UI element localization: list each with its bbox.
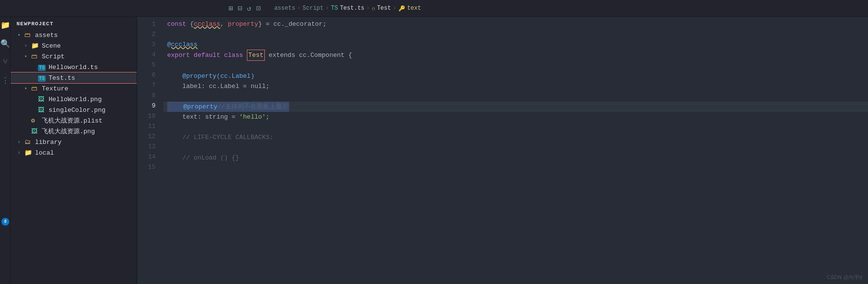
- refresh-icon[interactable]: ↺: [247, 4, 251, 13]
- folder-script-icon: 🗃: [31, 53, 40, 60]
- breadcrumb: assets › Script › TS Test.ts › ⚇ Test › …: [274, 5, 863, 12]
- main-layout: 📁 🔍 ⑂ ⋮ 8 NEWPROJECT ▾ 🗃 assets › 📁 Scen…: [0, 17, 868, 284]
- tree-item-singlecolor[interactable]: 🖼 singleColor.png: [11, 105, 137, 115]
- tree-item-helloworld-png[interactable]: 🖼 HelloWorld.png: [11, 94, 137, 105]
- tree-item-scene[interactable]: › 📁 Scene: [11, 40, 137, 51]
- tree-item-assets[interactable]: ▾ 🗃 assets: [11, 30, 137, 40]
- breadcrumb-ts-label: TS: [331, 5, 338, 12]
- label-plist: 飞机大战资源.plist: [42, 116, 103, 125]
- tree-item-helloworld[interactable]: TS Helloworld.ts: [11, 62, 137, 72]
- code-line-12: // LIFE-CYCLE CALLBACKS:: [163, 132, 868, 142]
- image-singlecolor-icon: 🖼: [38, 106, 47, 114]
- label-helloworld-png: HelloWorld.png: [49, 96, 102, 103]
- label-assets-png: 飞机大战资源.png: [42, 127, 95, 136]
- search-icon[interactable]: 🔍: [1, 39, 10, 48]
- code-editor: 1 2 3 4 5 6 7 8 9 10 11 12 13 14 15 cons…: [137, 17, 868, 284]
- label-assets: assets: [35, 32, 58, 39]
- tree-item-test[interactable]: TS Test.ts: [11, 72, 137, 83]
- tree-item-assets-png[interactable]: 🖼 飞机大战资源.png: [11, 126, 137, 137]
- top-bar: ⊞ ⊟ ↺ ⊡ assets › Script › TS Test.ts › ⚇…: [0, 0, 868, 17]
- label-library: library: [35, 139, 62, 146]
- code-line-14: // onLoad () {}: [163, 153, 868, 163]
- file-explorer: NEWPROJECT ▾ 🗃 assets › 📁 Scene ▾ 🗃 Scri…: [11, 17, 137, 284]
- code-line-10: text: string = 'hello';: [163, 112, 868, 122]
- code-line-11: [163, 122, 868, 132]
- label-test: Test.ts: [49, 74, 75, 82]
- breadcrumb-script[interactable]: Script: [303, 5, 324, 12]
- code-content[interactable]: const {ccclass, property} = cc._decorato…: [161, 17, 868, 284]
- code-line-13: [163, 142, 868, 153]
- label-script: Script: [42, 53, 65, 60]
- breadcrumb-class-icon: ⚇: [372, 5, 375, 12]
- code-line-1: const {ccclass, property} = cc._decorato…: [163, 19, 868, 29]
- watermark: CSDN @向宇it: [827, 274, 862, 281]
- collapse-icon[interactable]: ⊡: [256, 4, 260, 13]
- tree-item-script[interactable]: ▾ 🗃 Script: [11, 51, 137, 62]
- project-title: NEWPROJECT: [11, 17, 137, 30]
- ts-test-icon: TS: [38, 74, 47, 82]
- label-helloworld: Helloworld.ts: [49, 64, 98, 71]
- image-assets-icon: 🖼: [31, 128, 40, 135]
- breadcrumb-assets[interactable]: assets: [274, 5, 295, 12]
- label-texture: Texture: [42, 85, 69, 92]
- breadcrumb-property[interactable]: text: [407, 5, 421, 12]
- new-folder-icon[interactable]: ⊟: [238, 4, 242, 13]
- activity-bar: 📁 🔍 ⑂ ⋮ 8: [0, 17, 11, 284]
- line-numbers: 1 2 3 4 5 6 7 8 9 10 11 12 13 14 15: [137, 17, 161, 284]
- source-control-icon[interactable]: ⑂: [1, 58, 10, 67]
- code-area[interactable]: 1 2 3 4 5 6 7 8 9 10 11 12 13 14 15 cons…: [137, 17, 868, 284]
- arrow-texture: ▾: [24, 86, 31, 91]
- breadcrumb-class[interactable]: Test: [377, 5, 391, 12]
- arrow-script: ▾: [24, 53, 31, 59]
- tree-item-library[interactable]: › 🗂 library: [11, 137, 137, 147]
- plist-icon: ⚙: [31, 117, 40, 124]
- tree-item-local[interactable]: › 📁 local: [11, 147, 137, 158]
- label-scene: Scene: [42, 42, 61, 50]
- folder-assets-icon: 🗃: [24, 32, 33, 39]
- code-line-2: [163, 29, 868, 39]
- folder-texture-icon: 🗃: [31, 85, 40, 92]
- label-local: local: [35, 149, 54, 157]
- code-line-4: export default class Test extends cc.Com…: [163, 50, 868, 61]
- code-line-7: label: cc.Label = null;: [163, 81, 868, 91]
- folder-scene-icon: 📁: [31, 42, 40, 50]
- arrow-assets: ▾: [17, 32, 24, 38]
- extensions-icon[interactable]: ⋮: [1, 76, 10, 85]
- new-file-icon[interactable]: ⊞: [228, 4, 233, 13]
- code-line-6: @property(cc.Label): [163, 71, 868, 81]
- folder-local-icon: 📁: [24, 149, 33, 157]
- code-line-15: [163, 163, 868, 173]
- library-icon: 🗂: [24, 139, 33, 146]
- tree-item-texture[interactable]: ▾ 🗃 Texture: [11, 83, 137, 94]
- arrow-scene: ›: [24, 43, 31, 49]
- toolbar-icons: ⊞ ⊟ ↺ ⊡: [228, 4, 260, 13]
- code-line-3: @ccclass: [163, 39, 868, 50]
- image-helloworld-icon: 🖼: [38, 96, 47, 103]
- breadcrumb-file[interactable]: Test.ts: [340, 5, 364, 12]
- breadcrumb-prop-icon: 🔑: [399, 5, 405, 12]
- explorer-icon[interactable]: 📁: [1, 21, 10, 30]
- code-line-8: [163, 91, 868, 102]
- notification-badge: 8: [1, 218, 9, 226]
- tree-item-plist[interactable]: ⚙ 飞机大战资源.plist: [11, 115, 137, 126]
- arrow-library: ›: [17, 140, 24, 145]
- code-line-9: @property//去掉则不在面板上显示: [163, 102, 868, 112]
- code-line-5: [163, 61, 868, 71]
- arrow-local: ›: [17, 150, 24, 156]
- label-singlecolor: singleColor.png: [49, 106, 105, 114]
- ts-helloworld-icon: TS: [38, 64, 47, 71]
